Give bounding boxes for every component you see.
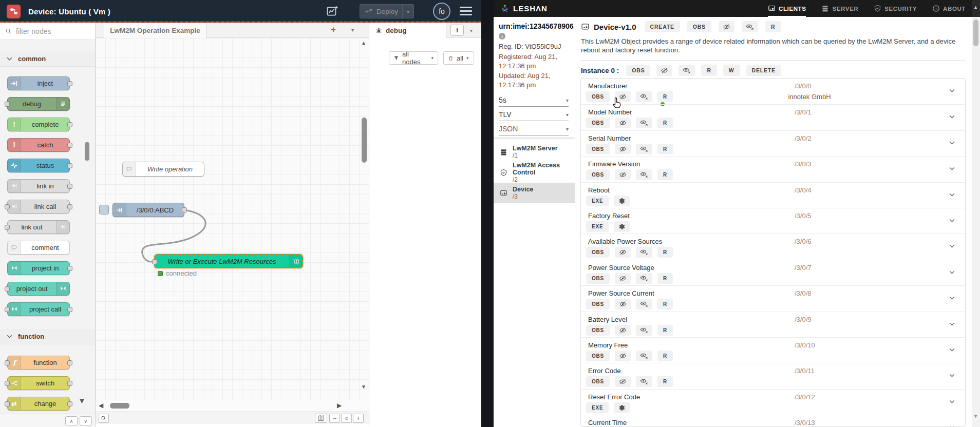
resource-row-3-0-10[interactable]: Memory Free/3/0/10OBSR — [581, 337, 965, 363]
canvas-scroll-up-arrow[interactable]: ▲ — [361, 40, 366, 46]
debug-tab[interactable]: debug — [369, 23, 446, 38]
resource-row-3-0-0[interactable]: Manufacturer/3/0/0OBSRinnotek GmbH — [581, 79, 965, 104]
resource-row-3-0-11[interactable]: Error Code/3/0/11OBSR — [581, 363, 965, 389]
input-port[interactable] — [5, 307, 10, 312]
input-port[interactable] — [5, 204, 10, 209]
input-port[interactable] — [5, 381, 10, 386]
resource-eye-off-button[interactable] — [615, 144, 631, 154]
canvas-scroll-right-arrow[interactable]: ▶ — [337, 402, 342, 409]
resource-obs-button[interactable]: OBS — [586, 118, 610, 128]
output-port[interactable] — [67, 381, 72, 386]
instance-eye-x-button[interactable] — [679, 65, 695, 76]
chevron-down-icon[interactable] — [948, 242, 956, 250]
resource-r-button[interactable]: R — [657, 299, 673, 309]
resource-eye-off-button[interactable] — [615, 325, 631, 336]
output-port[interactable] — [67, 266, 72, 271]
resource-eye-off-button[interactable] — [615, 376, 631, 387]
resource-obs-button[interactable]: OBS — [586, 247, 610, 258]
export-flow-icon[interactable] — [326, 5, 339, 18]
output-port[interactable] — [67, 81, 72, 86]
palette-node-status[interactable]: status — [7, 159, 70, 172]
palette-search[interactable]: filter nodes — [0, 23, 95, 40]
resource-row-3-0-4[interactable]: Reboot/3/0/4EXE — [581, 182, 965, 208]
palette-node-comment[interactable]: comment — [7, 241, 70, 255]
select-5s[interactable]: 5s▾ — [499, 94, 569, 107]
nav-tab-security[interactable]: SECURITY — [874, 0, 917, 17]
input-port[interactable] — [5, 286, 10, 292]
input-port[interactable] — [5, 225, 10, 230]
scrollbar-down-arrow[interactable]: ▼ — [973, 414, 978, 419]
resource-r-button[interactable]: R — [657, 351, 673, 361]
resource-row-3-0-5[interactable]: Factory Reset/3/0/5EXE — [581, 208, 965, 234]
resource-row-3-0-6[interactable]: Available Power Sources/3/0/6OBSR — [581, 234, 965, 259]
deploy-button[interactable]: Deploy ▾ — [360, 4, 414, 18]
palette-section-common[interactable]: common — [0, 51, 95, 67]
nodered-logo-icon[interactable] — [7, 5, 21, 18]
input-port[interactable] — [5, 360, 10, 365]
palette-node-switch[interactable]: switch — [7, 376, 70, 390]
inject-node[interactable]: /3/0/0:ABCD — [112, 203, 184, 217]
canvas-grid[interactable] — [96, 38, 369, 400]
resource-eye-x-button[interactable] — [636, 247, 652, 258]
output-port[interactable] — [67, 184, 72, 189]
canvas-search-button[interactable] — [99, 414, 109, 423]
object-eye-x-button[interactable] — [742, 21, 758, 32]
chevron-down-icon[interactable] — [948, 164, 956, 173]
chevron-down-icon[interactable] — [948, 86, 956, 95]
resource-gear-button[interactable] — [614, 196, 630, 206]
resource-row-3-0-8[interactable]: Power Source Current/3/0/8OBSR — [581, 285, 965, 311]
nav-tab-clients[interactable]: CLIENTS — [768, 0, 806, 17]
resource-eye-off-button[interactable] — [615, 247, 631, 258]
resource-row-3-0-1[interactable]: Model Number/3/0/1OBSR — [581, 104, 965, 130]
palette-node-function[interactable]: ffunction — [7, 356, 70, 370]
resource-eye-x-button[interactable] — [636, 299, 652, 309]
resource-eye-off-button[interactable] — [615, 273, 631, 284]
resource-exe-button[interactable]: EXE — [586, 196, 609, 206]
info-panel-button[interactable]: i — [450, 25, 464, 36]
resource-obs-button[interactable]: OBS — [586, 273, 610, 284]
resource-r-button[interactable]: R — [657, 118, 673, 128]
main-menu-button[interactable] — [460, 7, 472, 17]
instance-obs-button[interactable]: OBS — [626, 65, 650, 76]
chevron-down-icon[interactable] — [948, 216, 956, 225]
resource-eye-x-button[interactable] — [636, 351, 652, 361]
select-json[interactable]: JSON▾ — [499, 123, 569, 135]
palette-node-project-in[interactable]: project in — [7, 261, 70, 275]
input-port[interactable] — [5, 401, 10, 406]
flow-list-caret[interactable]: ▾ — [351, 27, 354, 33]
palette-collapse-all-button[interactable]: ∧ — [65, 416, 78, 425]
palette-node-project-call[interactable]: project call — [7, 302, 70, 316]
flow-tab[interactable]: LwM2M Operation Example — [104, 23, 206, 38]
palette-node-inject[interactable]: inject — [7, 76, 70, 90]
chevron-down-icon[interactable] — [948, 268, 956, 277]
palette-scrollbar-thumb[interactable] — [85, 142, 89, 161]
page-scrollbar[interactable]: ▲ ▼ — [972, 0, 980, 427]
chevron-down-icon[interactable] — [948, 294, 956, 302]
chevron-down-icon[interactable] — [948, 190, 956, 199]
canvas-scroll-down-arrow[interactable]: ▼ — [361, 384, 366, 390]
nav-tab-server[interactable]: SERVER — [821, 0, 858, 17]
instance-r-button[interactable]: R — [701, 65, 717, 76]
inject-output-port[interactable] — [182, 207, 187, 212]
add-flow-button[interactable]: + — [331, 25, 336, 35]
resource-row-3-0-13[interactable]: Current Time/3/0/13OBSR — [581, 415, 965, 427]
info-icon[interactable]: i — [499, 33, 505, 40]
resource-r-button[interactable]: R — [657, 273, 673, 284]
debug-filter-button[interactable]: all nodes ▾ — [389, 51, 438, 65]
resource-row-3-0-12[interactable]: Reset Error Code/3/0/12EXE — [581, 389, 965, 415]
object-r-button[interactable]: R — [765, 21, 781, 32]
palette-section-function[interactable]: function — [0, 329, 95, 344]
palette-node-catch[interactable]: !catch — [7, 138, 70, 152]
resource-r-button[interactable]: R — [657, 376, 673, 387]
resource-eye-off-button[interactable] — [615, 299, 631, 309]
instance-delete-button[interactable]: DELETE — [746, 65, 781, 76]
output-port[interactable] — [67, 360, 72, 365]
resource-obs-button[interactable]: OBS — [586, 144, 610, 154]
resource-eye-off-button[interactable] — [615, 351, 631, 361]
resource-r-button[interactable]: R — [657, 144, 673, 154]
resource-gear-button[interactable] — [614, 221, 630, 232]
input-port[interactable] — [5, 102, 10, 107]
resource-r-button[interactable]: R — [657, 325, 673, 336]
resource-gear-button[interactable] — [614, 402, 630, 413]
deploy-options-caret[interactable]: ▾ — [402, 5, 413, 18]
